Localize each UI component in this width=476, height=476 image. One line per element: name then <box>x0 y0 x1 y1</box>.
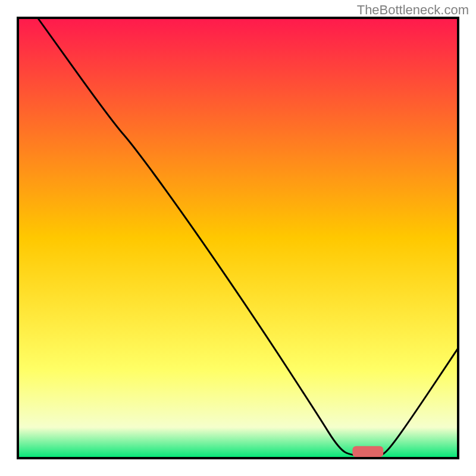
bottleneck-chart <box>0 0 476 476</box>
chart-container: TheBottleneck.com <box>0 0 476 476</box>
plot-background <box>18 18 458 458</box>
optimal-marker <box>352 446 383 458</box>
watermark-text: TheBottleneck.com <box>357 2 469 18</box>
